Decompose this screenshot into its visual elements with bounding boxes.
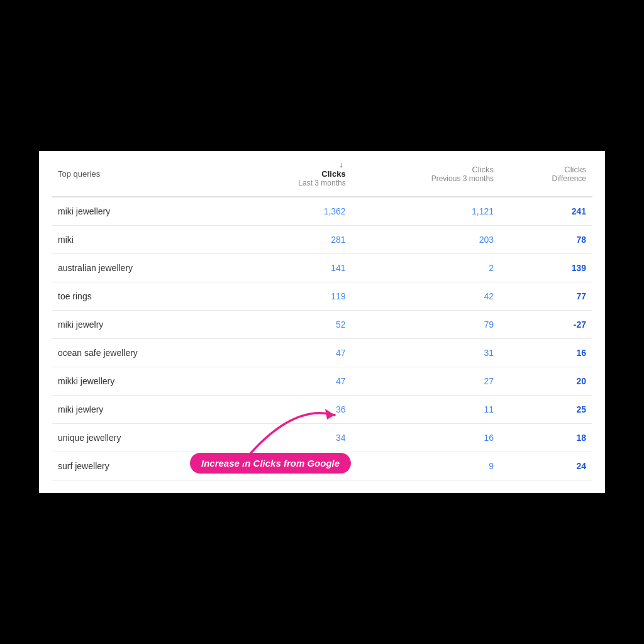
cell-query: ocean safe jewellery — [52, 339, 234, 367]
cell-diff: 24 — [500, 452, 592, 480]
cell-diff: 78 — [500, 226, 592, 254]
cell-prev3: 31 — [352, 339, 500, 367]
annotation-label: Increase in Clicks from Google — [190, 453, 351, 474]
col-prev3-main-label: Clicks — [358, 165, 494, 174]
cell-diff: 20 — [500, 367, 592, 396]
cell-prev3: 2 — [352, 254, 500, 282]
table-row: miki jewellery 1,362 1,121 241 — [52, 197, 592, 226]
cell-prev3: 1,121 — [352, 197, 500, 226]
table-row: miki jewlery 36 11 25 — [52, 396, 592, 424]
cell-prev3: 27 — [352, 367, 500, 396]
col-prev3-sub-label: Previous 3 months — [358, 174, 494, 183]
cell-last3: 47 — [234, 367, 352, 396]
cell-query: toe rings — [52, 282, 234, 311]
table-row: miki 281 203 78 — [52, 226, 592, 254]
table-row: australian jewellery 141 2 139 — [52, 254, 592, 282]
cell-query: miki jewlery — [52, 396, 234, 424]
cell-query: miki jewellery — [52, 197, 234, 226]
cell-diff: 25 — [500, 396, 592, 424]
queries-table: Top queries ↓ Clicks Last 3 months Click… — [52, 151, 592, 480]
cell-last3: 47 — [234, 339, 352, 367]
col-diff-main-label: Clicks — [506, 165, 586, 174]
col-header-last3[interactable]: ↓ Clicks Last 3 months — [234, 151, 352, 197]
cell-prev3: 16 — [352, 424, 500, 452]
table-row: miki jewelry 52 79 -27 — [52, 311, 592, 339]
main-container: Top queries ↓ Clicks Last 3 months Click… — [39, 151, 605, 493]
cell-query: miki — [52, 226, 234, 254]
cell-query: miki jewelry — [52, 311, 234, 339]
cell-last3: 36 — [234, 396, 352, 424]
table-row: unique jewellery 34 16 18 — [52, 424, 592, 452]
cell-query: unique jewellery — [52, 424, 234, 452]
cell-query: mikki jewellery — [52, 367, 234, 396]
col-last3-main-label: Clicks — [240, 169, 346, 179]
cell-last3: 281 — [234, 226, 352, 254]
col-header-diff: Clicks Difference — [500, 151, 592, 197]
table-row: mikki jewellery 47 27 20 — [52, 367, 592, 396]
cell-prev3: 11 — [352, 396, 500, 424]
cell-diff: 18 — [500, 424, 592, 452]
cell-diff: 16 — [500, 339, 592, 367]
cell-last3: 1,362 — [234, 197, 352, 226]
cell-last3: 141 — [234, 254, 352, 282]
col-last3-sub-label: Last 3 months — [240, 179, 346, 187]
table-row: ocean safe jewellery 47 31 16 — [52, 339, 592, 367]
cell-last3: 34 — [234, 424, 352, 452]
table-row: toe rings 119 42 77 — [52, 282, 592, 311]
cell-query: australian jewellery — [52, 254, 234, 282]
cell-diff: 139 — [500, 254, 592, 282]
cell-diff: 77 — [500, 282, 592, 311]
cell-prev3: 9 — [352, 452, 500, 480]
sort-arrow-icon: ↓ — [339, 160, 343, 169]
cell-last3: 52 — [234, 311, 352, 339]
cell-prev3: 79 — [352, 311, 500, 339]
col-diff-sub-label: Difference — [506, 174, 586, 183]
col-header-query: Top queries — [52, 151, 234, 197]
cell-diff: 241 — [500, 197, 592, 226]
col-header-prev3: Clicks Previous 3 months — [352, 151, 500, 197]
cell-diff: -27 — [500, 311, 592, 339]
cell-last3: 119 — [234, 282, 352, 311]
cell-prev3: 203 — [352, 226, 500, 254]
cell-prev3: 42 — [352, 282, 500, 311]
